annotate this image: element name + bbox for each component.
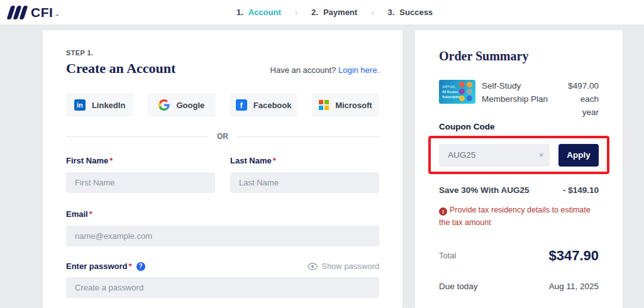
thumb-decoration: [459, 82, 473, 101]
cfi-logo-icon: [6, 6, 28, 19]
step-payment-label: Payment: [323, 8, 357, 17]
total-row: Total $347.90: [439, 248, 599, 264]
login-prompt: Have an account? Login here.: [270, 65, 379, 77]
plan-price-period: each year: [562, 93, 599, 119]
discount-label: Save 30% With AUG25: [439, 185, 529, 195]
thumb-text: Subscription: [442, 94, 462, 99]
step-account-label: Account: [248, 8, 281, 17]
page-body: STEP 1. Create an Account Have an accoun…: [0, 25, 644, 308]
last-name-label: Last Name*: [230, 156, 276, 165]
due-today-label: Due today: [439, 282, 478, 291]
warning-icon: !: [439, 207, 447, 216]
due-today-row: Due today Aug 11, 2025: [439, 282, 599, 291]
eye-icon: [308, 263, 318, 270]
coupon-code-input[interactable]: [439, 144, 550, 167]
step-label: STEP 1.: [66, 49, 379, 57]
login-link[interactable]: Login here.: [338, 65, 379, 75]
last-name-field[interactable]: [230, 172, 379, 193]
password-help-icon[interactable]: ?: [136, 262, 145, 271]
coupon-code-label: Coupon Code: [439, 122, 599, 131]
google-icon: [158, 99, 170, 111]
checkout-progress: 1. Account › 2. Payment › 3. Success: [236, 8, 433, 17]
step-success: 3. Success: [387, 8, 433, 17]
chevron-right-icon: ›: [295, 8, 297, 17]
microsoft-icon: [319, 100, 329, 110]
tax-warning: !Provide tax residency details to estima…: [439, 204, 599, 229]
plan-name: Self-Study Membership Plan: [482, 80, 562, 119]
coupon-clear-icon[interactable]: ×: [539, 151, 543, 160]
password-field[interactable]: [66, 277, 379, 298]
total-amount: $347.90: [548, 248, 599, 264]
page-title: Create an Account: [66, 60, 175, 77]
show-password-label: Show password: [321, 261, 379, 271]
first-name-label: First Name*: [66, 156, 113, 165]
chevron-right-icon: ›: [371, 8, 374, 17]
step-payment-number: 2.: [311, 8, 318, 17]
cfi-logo-trademark: ™: [55, 14, 58, 18]
password-label: Enter password*: [66, 261, 132, 271]
required-asterisk: *: [89, 209, 92, 219]
tax-warning-text: Provide tax residency details to estimat…: [439, 206, 591, 227]
linkedin-icon: in: [74, 99, 86, 111]
create-account-card: STEP 1. Create an Account Have an accoun…: [43, 30, 402, 308]
step-payment: 2. Payment: [311, 8, 357, 17]
show-password-toggle[interactable]: Show password: [308, 261, 379, 271]
required-asterisk: *: [129, 261, 132, 271]
step-account-number: 1.: [236, 8, 243, 17]
or-divider-text: OR: [217, 132, 228, 141]
product-thumbnail: VIRTUAL All Access Subscription: [439, 80, 475, 104]
social-login-row: in LinkedIn Google f Facebook Microsoft: [66, 93, 379, 117]
top-header: CFI ™ 1. Account › 2. Payment › 3. Succe…: [0, 0, 644, 25]
total-label: Total: [439, 251, 456, 260]
coupon-row: × Apply: [439, 144, 599, 167]
plan-price: $497.00 each year: [562, 80, 599, 119]
step-success-label: Success: [399, 8, 433, 17]
facebook-button-label: Facebook: [253, 101, 292, 110]
login-prompt-text: Have an account?: [270, 65, 336, 75]
thumb-text: All Access: [442, 89, 462, 94]
order-summary-title: Order Summary: [439, 49, 599, 63]
apply-coupon-button[interactable]: Apply: [558, 144, 599, 167]
email-label: Email*: [66, 209, 92, 219]
or-divider: OR: [66, 132, 379, 141]
first-name-field[interactable]: [66, 172, 215, 193]
required-asterisk: *: [109, 156, 113, 165]
due-today-date: Aug 11, 2025: [549, 282, 599, 291]
product-row: VIRTUAL All Access Subscription Self-Stu…: [439, 80, 599, 119]
discount-row: Save 30% With AUG25 - $149.10: [439, 185, 599, 195]
discount-amount: - $149.10: [563, 185, 599, 195]
step-account[interactable]: 1. Account: [236, 8, 281, 17]
thumb-text: VIRTUAL: [442, 84, 462, 89]
email-field[interactable]: [66, 226, 379, 246]
facebook-login-button[interactable]: f Facebook: [230, 93, 297, 117]
linkedin-button-label: LinkedIn: [92, 101, 125, 110]
google-button-label: Google: [176, 101, 204, 110]
google-login-button[interactable]: Google: [148, 93, 215, 117]
plan-price-amount: $497.00: [562, 80, 599, 93]
step-success-number: 3.: [387, 8, 394, 17]
cfi-logo: CFI ™: [9, 5, 58, 20]
linkedin-login-button[interactable]: in LinkedIn: [66, 93, 133, 117]
order-summary-card: Order Summary VIRTUAL All Access Subscri…: [415, 30, 623, 308]
microsoft-button-label: Microsoft: [335, 101, 372, 110]
microsoft-login-button[interactable]: Microsoft: [312, 93, 379, 117]
required-asterisk: *: [273, 156, 276, 165]
cfi-logo-text: CFI: [31, 5, 53, 20]
facebook-icon: f: [236, 99, 247, 111]
